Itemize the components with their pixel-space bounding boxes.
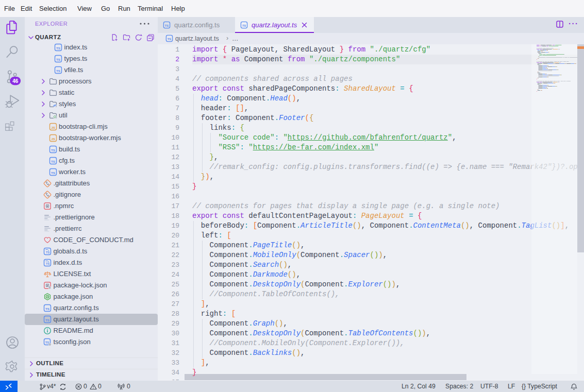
svg-text:TS: TS [56,46,60,50]
svg-text:TS: TS [46,251,49,254]
svg-text:TS: TS [242,24,246,27]
svg-text:JS: JS [51,137,55,141]
svg-text:TS: TS [51,171,55,175]
svg-text:JS: JS [51,126,55,129]
svg-text:TS: TS [45,307,49,311]
svg-text:TS: TS [165,24,169,27]
svg-text:TS: TS [168,38,172,41]
svg-text:TS: TS [56,58,60,61]
svg-text:TS: TS [56,69,60,73]
svg-text:TS: TS [51,148,55,152]
svg-text:JS: JS [46,296,49,298]
svg-text:TS: TS [46,262,49,265]
svg-text:TS: TS [45,341,49,344]
svg-text:46: 46 [12,78,19,84]
svg-text:TS: TS [51,160,55,163]
svg-text:TS: TS [45,318,49,322]
